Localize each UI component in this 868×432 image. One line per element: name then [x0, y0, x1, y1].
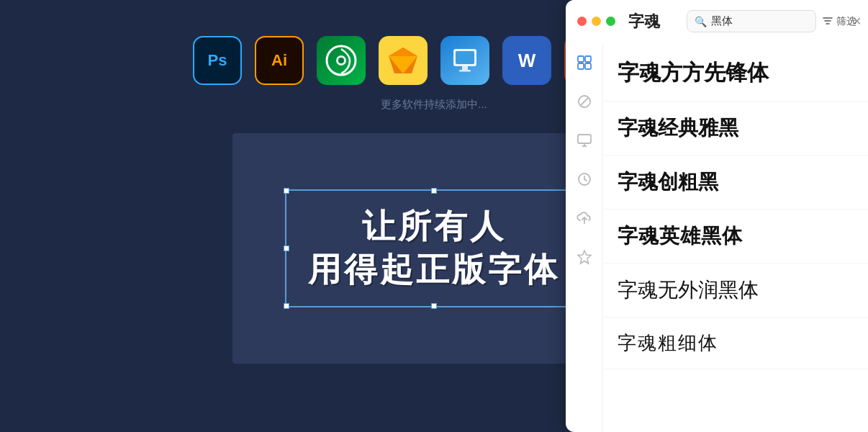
search-bar[interactable]: 🔍 ✕: [687, 10, 816, 32]
canvas-main-text: 让所有人 用得起正版字体: [308, 205, 560, 292]
word-label: W: [518, 50, 536, 72]
sidebar-icon-monitor[interactable]: [574, 130, 595, 150]
app-icon-sketch[interactable]: [379, 36, 428, 85]
canvas-text-line2: 用得起正版字体: [308, 248, 560, 292]
font-item-5[interactable]: 字魂无外润黑体: [603, 264, 868, 318]
maximize-button[interactable]: [606, 17, 615, 26]
traffic-lights: [577, 17, 615, 26]
cdr-svg-icon: [322, 42, 360, 79]
ai-label: Ai: [271, 51, 287, 70]
font-name-1: 字魂方方先锋体: [618, 58, 769, 88]
app-icon-word[interactable]: W: [502, 36, 551, 85]
minimize-button[interactable]: [592, 17, 601, 26]
svg-marker-23: [578, 251, 591, 264]
canvas-text-line1: 让所有人: [308, 205, 560, 248]
font-list: 字魂方方先锋体 字魂经典雅黑 字魂创粗黑 字魂英雄黑体 字魂无外润黑体 字魂粗细…: [603, 45, 868, 432]
svg-rect-12: [578, 63, 584, 69]
sidebar-icon-ban[interactable]: [574, 91, 595, 112]
font-name-4: 字魂英雄黑体: [618, 222, 743, 250]
more-software-text: 更多软件持续添加中...: [381, 98, 487, 112]
sidebar-icon-star[interactable]: [574, 247, 595, 267]
svg-line-15: [580, 97, 589, 106]
search-icon: 🔍: [695, 16, 707, 27]
font-item-1[interactable]: 字魂方方先锋体: [603, 45, 868, 102]
keynote-svg-icon: [449, 45, 481, 76]
handle-ml[interactable]: [284, 246, 289, 251]
sidebar-icon-grid[interactable]: [574, 53, 595, 73]
font-item-4[interactable]: 字魂英雄黑体: [603, 210, 868, 264]
handle-bm[interactable]: [431, 303, 437, 309]
svg-rect-9: [459, 70, 471, 72]
svg-rect-13: [585, 63, 591, 69]
handle-tm[interactable]: [431, 188, 437, 194]
svg-rect-8: [462, 66, 468, 70]
sidebar-icon-cloud[interactable]: [574, 208, 595, 228]
font-item-2[interactable]: 字魂经典雅黑: [603, 102, 868, 156]
sidebar-icons: [566, 45, 603, 432]
filter-label: 筛选: [836, 15, 856, 28]
svg-rect-7: [456, 51, 474, 64]
app-icon-ai[interactable]: Ai: [255, 36, 304, 85]
svg-rect-16: [578, 135, 591, 143]
font-name-5: 字魂无外润黑体: [618, 276, 759, 304]
sketch-svg-icon: [387, 46, 419, 75]
svg-rect-11: [585, 56, 591, 62]
close-button[interactable]: [577, 17, 587, 26]
handle-tl[interactable]: [284, 188, 289, 194]
window-titlebar: 字魂 🔍 ✕ 筛选: [566, 0, 868, 38]
panel-content: 字魂方方先锋体 字魂经典雅黑 字魂创粗黑 字魂英雄黑体 字魂无外润黑体 字魂粗细…: [566, 45, 868, 432]
app-icon-ps[interactable]: Ps: [193, 36, 242, 85]
right-panel: 字魂 🔍 ✕ 筛选: [566, 0, 868, 432]
filter-button[interactable]: 筛选: [822, 15, 856, 28]
handle-bl[interactable]: [284, 303, 289, 309]
svg-point-2: [338, 58, 344, 63]
app-icon-cdr[interactable]: [317, 36, 366, 85]
ps-label: Ps: [208, 51, 227, 70]
font-item-3[interactable]: 字魂创粗黑: [603, 156, 868, 210]
font-name-6: 字魂粗细体: [618, 330, 718, 356]
filter-icon: [822, 16, 833, 27]
panel-title: 字魂: [628, 11, 681, 32]
sidebar-icon-clock[interactable]: [574, 169, 595, 189]
text-selection-box[interactable]: 让所有人 用得起正版字体: [285, 189, 583, 307]
svg-line-21: [584, 179, 587, 181]
app-icon-keynote[interactable]: [440, 36, 489, 85]
svg-rect-10: [578, 56, 584, 62]
font-name-3: 字魂创粗黑: [618, 168, 718, 196]
font-item-6[interactable]: 字魂粗细体: [603, 318, 868, 369]
font-name-2: 字魂经典雅黑: [618, 114, 738, 142]
